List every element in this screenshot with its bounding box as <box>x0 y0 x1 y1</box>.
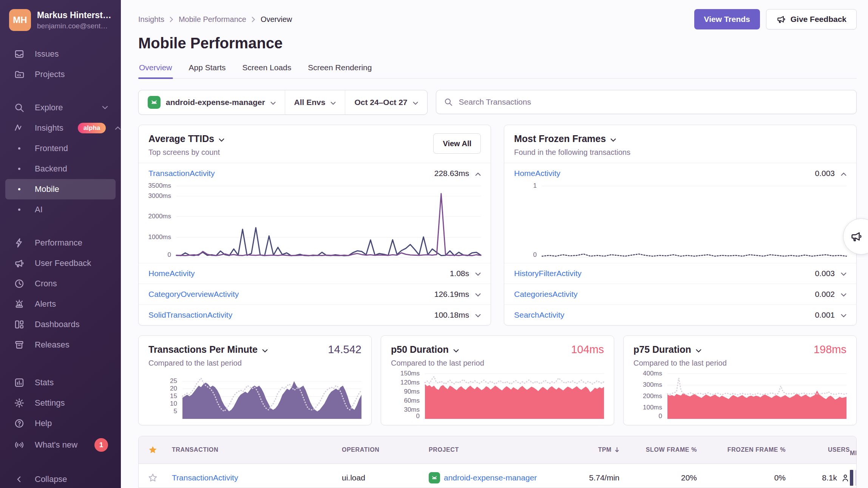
user-icon <box>841 473 850 482</box>
user-menu[interactable]: MH Markus Hinterst… benjamin.coe@sent… <box>0 9 121 31</box>
ttid-row-categoryoverview[interactable]: CategoryOverviewActivity 126.19ms <box>139 284 491 304</box>
sidebar-item-ai[interactable]: AI <box>5 199 116 220</box>
row-transaction-link[interactable]: TransactionActivity <box>172 473 238 482</box>
sidebar-item-alerts[interactable]: Alerts <box>5 294 116 314</box>
chevron-down-icon <box>610 133 616 144</box>
chevron-down-icon[interactable] <box>841 269 846 278</box>
p75-value: 198ms <box>814 343 846 356</box>
tpm-chart: 252015105 <box>148 374 361 419</box>
p75-card-title[interactable]: p75 Duration <box>633 344 701 355</box>
average-ttids-title[interactable]: Average TTIDs <box>148 133 224 144</box>
environment-filter[interactable]: All Envs <box>285 90 345 114</box>
tpm-value: 14.542 <box>328 343 361 356</box>
column-slow-frame[interactable]: SLOW FRAME % <box>619 446 697 453</box>
breadcrumb-separator-icon <box>252 17 255 22</box>
chevron-down-icon[interactable] <box>475 290 481 299</box>
megaphone-icon <box>850 230 863 243</box>
p75-duration-card: p75 Duration 198ms Compared to the last … <box>623 335 857 425</box>
column-project[interactable]: PROJECT <box>429 446 553 453</box>
most-frozen-frames-panel: Most Frozen Frames Found in the followin… <box>504 125 857 326</box>
sidebar-item-performance[interactable]: Performance <box>5 233 116 253</box>
breadcrumb-mobile-performance[interactable]: Mobile Performance <box>179 15 246 24</box>
give-feedback-button[interactable]: Give Feedback <box>766 9 857 29</box>
sidebar-item-frontend[interactable]: Frontend <box>5 138 116 159</box>
tab-bar: Overview App Starts Screen Loads Screen … <box>138 61 857 79</box>
sidebar-item-user-feedback[interactable]: User Feedback <box>5 253 116 273</box>
sidebar-item-releases[interactable]: Releases <box>5 335 116 355</box>
frozen-frames-chart: 10 <box>508 186 846 258</box>
column-users[interactable]: USERS <box>786 446 850 453</box>
breadcrumb: Insights Mobile Performance Overview <box>138 15 292 24</box>
breadcrumb-insights[interactable]: Insights <box>138 15 164 24</box>
sidebar-item-dashboards[interactable]: Dashboards <box>5 314 116 335</box>
whats-new-badge: 1 <box>94 438 108 452</box>
chevron-down-icon[interactable] <box>841 290 846 299</box>
chevron-down-icon <box>102 106 108 110</box>
ttid-chart: 3500ms3000ms2000ms1000ms0 <box>142 186 481 258</box>
tab-screen-loads[interactable]: Screen Loads <box>242 61 292 78</box>
chevron-up-icon[interactable] <box>475 169 481 178</box>
chevron-down-icon <box>331 98 336 107</box>
column-transaction[interactable]: TRANSACTION <box>172 446 342 453</box>
sidebar-item-stats[interactable]: Stats <box>5 372 116 393</box>
row-star-toggle[interactable] <box>148 473 172 483</box>
column-operation[interactable]: OPERATION <box>342 446 429 453</box>
clock-icon <box>13 278 26 289</box>
row-project-link[interactable]: android-expense-manager <box>444 473 537 482</box>
tpm-card-title[interactable]: Transactions Per Minute <box>148 344 268 355</box>
chevron-down-icon[interactable] <box>841 310 846 320</box>
table-row: TransactionActivity ui.load android-expe… <box>139 464 856 488</box>
chevron-down-icon <box>453 344 459 355</box>
star-icon <box>148 445 158 455</box>
row-users: 8.1k <box>786 473 850 482</box>
frozen-row-search[interactable]: SearchActivity 0.001 <box>504 304 856 325</box>
p50-card-title[interactable]: p50 Duration <box>391 344 459 355</box>
tpm-card: Transactions Per Minute 14.542 Compared … <box>138 335 372 425</box>
date-range-filter[interactable]: Oct 24–Oct 27 <box>345 90 427 114</box>
page-filter-bar: android-expense-manager All Envs Oct 24–… <box>138 90 428 115</box>
sidebar-item-settings[interactable]: Settings <box>5 393 116 413</box>
ttid-row-solidtransaction[interactable]: SolidTransactionActivity 100.18ms <box>139 304 491 325</box>
sidebar-item-issues[interactable]: Issues <box>5 44 116 64</box>
sidebar-item-backend[interactable]: Backend <box>5 159 116 179</box>
alpha-badge: alpha <box>78 123 106 133</box>
star-column-header[interactable] <box>148 445 172 455</box>
ttid-row-home[interactable]: HomeActivity 1.08s <box>139 263 491 284</box>
star-outline-icon <box>148 473 158 483</box>
row-tpm: 5.74/min <box>553 473 619 482</box>
chevron-down-icon <box>270 98 276 107</box>
tab-screen-rendering[interactable]: Screen Rendering <box>307 61 372 78</box>
bullet-icon <box>13 143 26 154</box>
breadcrumb-overview[interactable]: Overview <box>261 15 292 24</box>
sidebar-collapse-button[interactable]: Collapse <box>5 469 116 488</box>
sidebar-item-crons[interactable]: Crons <box>5 273 116 294</box>
sidebar-item-explore[interactable]: Explore <box>5 97 116 118</box>
search-transactions-input[interactable] <box>458 97 849 107</box>
most-frozen-frames-title[interactable]: Most Frozen Frames <box>514 133 630 144</box>
tab-overview[interactable]: Overview <box>138 61 173 78</box>
frozen-row-historyfilter[interactable]: HistoryFilterActivity 0.003 <box>504 263 856 284</box>
project-filter[interactable]: android-expense-manager <box>139 90 285 114</box>
frozen-row-categories[interactable]: CategoriesActivity 0.002 <box>504 284 856 304</box>
help-icon <box>13 418 26 429</box>
sidebar-item-projects[interactable]: Projects <box>5 64 116 85</box>
sidebar-item-mobile[interactable]: Mobile <box>5 179 116 199</box>
chevron-down-icon[interactable] <box>475 310 481 320</box>
siren-icon <box>13 298 26 310</box>
chevron-up-icon[interactable] <box>841 169 846 178</box>
insights-icon <box>13 122 26 134</box>
tab-app-starts[interactable]: App Starts <box>188 61 227 78</box>
transaction-link[interactable]: TransactionActivity <box>148 169 215 178</box>
view-all-button[interactable]: View All <box>433 133 481 154</box>
frozen-expanded-row[interactable]: HomeActivity 0.003 <box>504 163 856 184</box>
column-frozen-frame[interactable]: FROZEN FRAME % <box>697 446 786 453</box>
chevron-down-icon[interactable] <box>475 269 481 278</box>
column-tpm[interactable]: TPM <box>553 446 619 453</box>
sidebar-item-help[interactable]: Help <box>5 413 116 434</box>
ttid-expanded-row[interactable]: TransactionActivity 228.63ms <box>139 163 491 184</box>
column-user-misery[interactable]: USER MISERY <box>850 443 857 457</box>
sidebar-item-whats-new[interactable]: What's new 1 <box>5 434 116 456</box>
p75-chart: 400ms300ms200ms100ms0 <box>633 374 846 419</box>
view-trends-button[interactable]: View Trends <box>694 9 760 29</box>
sidebar-item-insights[interactable]: Insights alpha <box>5 118 116 138</box>
